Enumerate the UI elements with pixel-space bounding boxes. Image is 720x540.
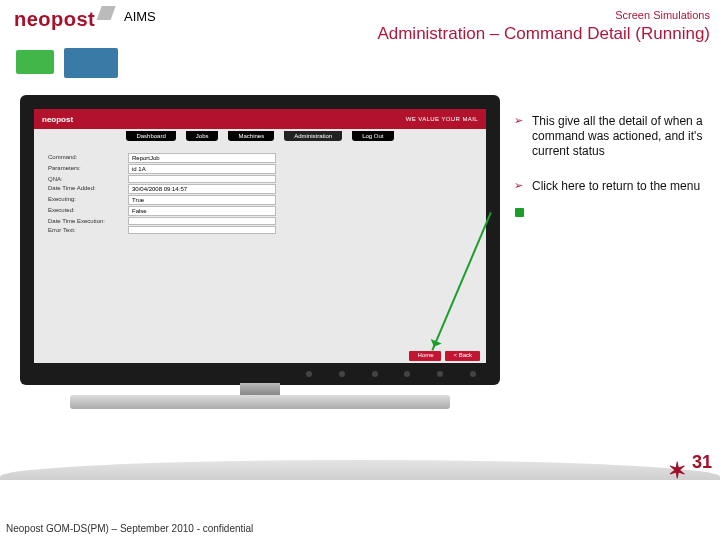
monitor-mockup: neopost WE VALUE YOUR MAIL Dashboard Job… xyxy=(20,95,500,415)
app-tagline: WE VALUE YOUR MAIL xyxy=(406,116,478,122)
command-detail-grid: Command:ReportJob Parameters:id 1A QNA: … xyxy=(46,153,276,235)
note-item: This give all the detail of when a comma… xyxy=(514,114,708,159)
row-date-added: Date Time Added:30/04/2008 09:14:57 xyxy=(46,184,276,194)
monitor-bezel: neopost WE VALUE YOUR MAIL Dashboard Job… xyxy=(20,95,500,385)
notes-list: This give all the detail of when a comma… xyxy=(514,114,708,214)
decorative-blocks xyxy=(16,42,126,86)
tab-administration[interactable]: Administration xyxy=(284,131,342,141)
brand-swoosh-icon xyxy=(97,6,116,20)
row-error: Error Text: xyxy=(46,226,276,234)
monitor-base xyxy=(70,395,450,409)
footer-text: Neopost GOM-DS(PM) – September 2010 - co… xyxy=(6,523,253,534)
note-item: Click here to return to the menu xyxy=(514,179,708,194)
app-logo: neopost xyxy=(42,115,73,124)
footer-swoosh xyxy=(0,460,720,480)
slide-title-main: Administration – Command Detail (Running… xyxy=(377,24,710,44)
app-screen: neopost WE VALUE YOUR MAIL Dashboard Job… xyxy=(34,109,486,363)
row-date-exec: Date Time Execution: xyxy=(46,217,276,225)
tab-dashboard[interactable]: Dashboard xyxy=(126,131,175,141)
row-qna: QNA: xyxy=(46,175,276,183)
tab-logout[interactable]: Log Out xyxy=(352,131,393,141)
row-command: Command:ReportJob xyxy=(46,153,276,163)
page-number: 31 xyxy=(692,452,712,473)
app-tabs: Dashboard Jobs Machines Administration L… xyxy=(34,131,486,141)
back-button[interactable]: < Back xyxy=(445,351,480,361)
callout-dot-icon xyxy=(515,208,524,217)
monitor-hw-buttons xyxy=(306,371,476,381)
brand-logo: neopost xyxy=(14,8,111,31)
app-bottom-bar: Home < Back xyxy=(34,349,486,363)
row-parameters: Parameters:id 1A xyxy=(46,164,276,174)
green-block-icon xyxy=(16,50,54,74)
corner-logo-icon: ✶ xyxy=(668,458,686,484)
blue-block-icon xyxy=(64,48,118,78)
row-executing: Executing:True xyxy=(46,195,276,205)
tab-machines[interactable]: Machines xyxy=(228,131,274,141)
slide-title-small: Screen Simulations xyxy=(615,9,710,21)
tab-jobs[interactable]: Jobs xyxy=(186,131,219,141)
row-executed: Executed:False xyxy=(46,206,276,216)
product-name: AIMS xyxy=(124,9,156,24)
app-header: neopost WE VALUE YOUR MAIL xyxy=(34,109,486,129)
